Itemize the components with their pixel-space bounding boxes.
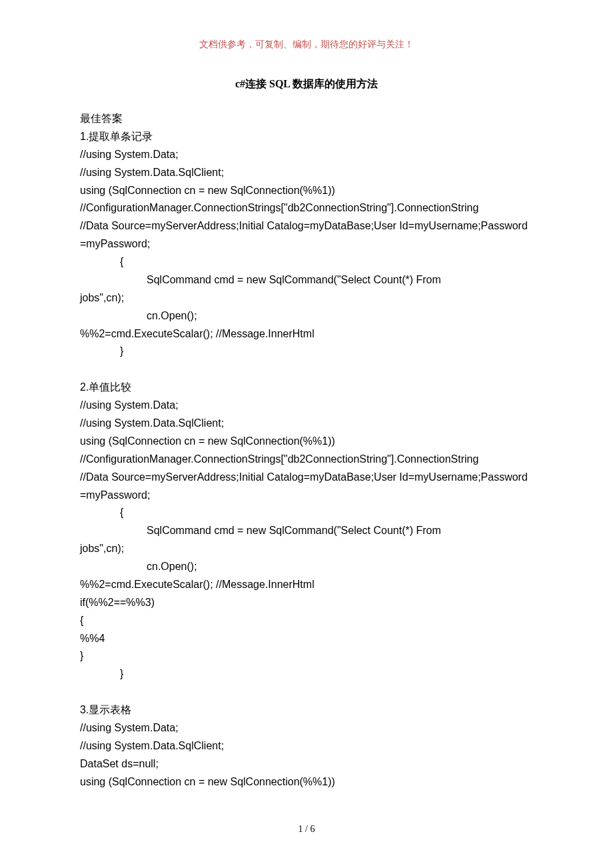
header-note: 文档供参考，可复制、编制，期待您的好评与关注！	[80, 39, 533, 51]
code-line: if(%%2==%%3)	[80, 594, 533, 612]
code-line: //using System.Data.SqlClient;	[80, 164, 533, 182]
code-line: %%4	[80, 630, 533, 648]
code-line: {	[80, 612, 533, 630]
code-line: using (SqlConnection cn = new SqlConnect…	[80, 182, 533, 200]
code-line: SqlCommand cmd = new SqlCommand("Select …	[80, 271, 533, 289]
code-line: //using System.Data;	[80, 719, 533, 737]
code-line: 3.显示表格	[80, 701, 533, 719]
blank-line	[80, 361, 533, 379]
code-line: using (SqlConnection cn = new SqlConnect…	[80, 773, 533, 791]
code-line: //Data Source=myServerAddress;Initial Ca…	[80, 469, 533, 505]
document-body: 最佳答案1.提取单条记录//using System.Data;//using …	[80, 110, 533, 791]
code-line: }	[80, 665, 533, 683]
code-line: 2.单值比较	[80, 379, 533, 397]
code-line: %%2=cmd.ExecuteScalar(); //Message.Inner…	[80, 325, 533, 343]
page-number: 1 / 6	[0, 824, 613, 835]
code-line: SqlCommand cmd = new SqlCommand("Select …	[80, 522, 533, 540]
code-line: {	[80, 253, 533, 271]
code-line: //Data Source=myServerAddress;Initial Ca…	[80, 217, 533, 253]
blank-line	[80, 683, 533, 701]
code-line: 最佳答案	[80, 110, 533, 128]
code-line: cn.Open();	[80, 558, 533, 576]
code-line: //using System.Data.SqlClient;	[80, 737, 533, 755]
code-line: {	[80, 504, 533, 522]
code-line: using (SqlConnection cn = new SqlConnect…	[80, 433, 533, 451]
code-line: DataSet ds=null;	[80, 755, 533, 773]
code-line: //ConfigurationManager.ConnectionStrings…	[80, 199, 533, 217]
code-line: }	[80, 647, 533, 665]
code-line: jobs",cn);	[80, 540, 533, 558]
code-line: %%2=cmd.ExecuteScalar(); //Message.Inner…	[80, 576, 533, 594]
code-line: }	[80, 343, 533, 361]
page-title: c#连接 SQL 数据库的使用方法	[80, 77, 533, 91]
code-line: //ConfigurationManager.ConnectionStrings…	[80, 451, 533, 469]
code-line: cn.Open();	[80, 307, 533, 325]
code-line: jobs",cn);	[80, 289, 533, 307]
code-line: 1.提取单条记录	[80, 128, 533, 146]
code-line: //using System.Data;	[80, 397, 533, 415]
code-line: //using System.Data.SqlClient;	[80, 415, 533, 433]
code-line: //using System.Data;	[80, 146, 533, 164]
